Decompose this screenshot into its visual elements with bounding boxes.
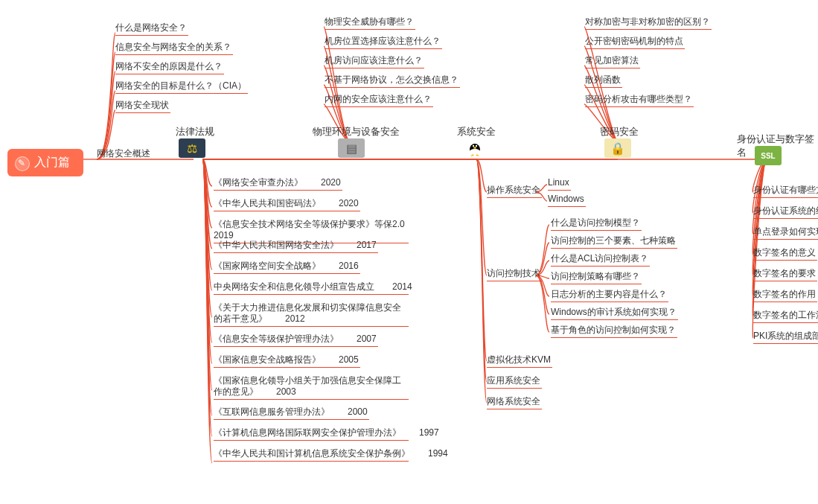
law-item[interactable]: 中央网络安全和信息化领导小组宣告成立 2014 <box>214 281 409 295</box>
pwd-item[interactable]: 常见加密算法 <box>585 55 640 68</box>
law-year: 2017 <box>339 240 377 250</box>
sys-os-item[interactable]: Windows <box>548 194 586 207</box>
pwd-item[interactable]: 密码分析攻击有哪些类型？ <box>585 94 694 107</box>
ac-item[interactable]: 什么是ACL访问控制表？ <box>551 253 650 267</box>
law-title: 《信息安全技术网络安全等级保护要求》等保2.0 <box>214 219 405 229</box>
ac-item[interactable]: 日志分析的主要内容是什么？ <box>551 289 668 302</box>
law-year: 2014 <box>374 281 412 292</box>
id-item[interactable]: 单点登录如何实现？ <box>753 226 818 240</box>
law-title: 《信息安全等级保护管理办法》 <box>214 334 339 344</box>
env-item[interactable]: 物理安全威胁有哪些？ <box>325 16 415 30</box>
sys-app[interactable]: 应用系统安全 <box>487 375 542 389</box>
env-item[interactable]: 内网的安全应该注意什么？ <box>325 94 433 107</box>
law-title: 《国家网络空间安全战略》 <box>214 261 321 271</box>
ac-item[interactable]: 访问控制的三个要素、七种策略 <box>551 235 677 249</box>
law-title: 中央网络安全和信息化领导小组宣告成立 <box>214 281 374 292</box>
branch-pwd[interactable]: 密码安全 <box>600 125 639 138</box>
sys-vm[interactable]: 虚拟化技术KVM <box>487 354 552 368</box>
law-title: 《中华人民共和国网络安全法》 <box>214 240 339 250</box>
svg-point-2 <box>473 145 474 147</box>
branch-env[interactable]: 物理环境与设备安全 <box>313 125 400 138</box>
law-year: 2020 <box>321 198 359 208</box>
env-item[interactable]: 机房位置选择应该注意什么？ <box>325 36 442 49</box>
ac-item[interactable]: 基于角色的访问控制如何实现？ <box>551 325 677 338</box>
law-item[interactable]: 《国家信息安全战略报告》 2005 <box>214 354 360 368</box>
env-item[interactable]: 不基于网络协议，怎么交换信息？ <box>325 74 460 88</box>
law-year: 2007 <box>339 334 377 344</box>
law-title: 《国家信息安全战略报告》 <box>214 354 321 365</box>
law-year: 1997 <box>401 427 439 438</box>
sys-ac[interactable]: 访问控制技术 <box>487 268 542 281</box>
law-item[interactable]: 《中华人民共和国网络安全法》 2017 <box>214 240 378 253</box>
id-item[interactable]: 身份认证系统的组成？ <box>753 205 818 219</box>
law-item[interactable]: 《中华人民共和国计算机信息系统安全保护条例》 1994 <box>214 448 409 462</box>
law-title: 《互联网信息服务管理办法》 <box>214 406 330 417</box>
branch-law[interactable]: 法律法规 <box>176 125 214 138</box>
svg-point-3 <box>476 145 477 147</box>
svg-point-1 <box>469 149 481 156</box>
root-node[interactable]: 入门篇 <box>7 149 83 176</box>
law-title: 《网络安全审查办法》 <box>214 177 303 188</box>
law-title: 《中华人民共和国密码法》 <box>214 198 321 208</box>
law-year: 2016 <box>321 261 359 271</box>
overview-item[interactable]: 网络安全的目标是什么？（CIA） <box>115 80 248 94</box>
ac-item[interactable]: Windows的审计系统如何实现？ <box>551 307 678 320</box>
law-year: 2020 <box>303 177 341 188</box>
law-item[interactable]: 《计算机信息网络国际联网安全保护管理办法》 1997 <box>214 427 409 441</box>
ssl-icon: SSL <box>755 146 782 165</box>
overview-node[interactable]: 网络安全概述 <box>97 148 150 159</box>
sys-os[interactable]: 操作系统安全 <box>487 185 542 198</box>
law-item[interactable]: 《互联网信息服务管理办法》 2000 <box>214 406 369 420</box>
law-item[interactable]: 《信息安全等级保护管理办法》 2007 <box>214 334 378 347</box>
law-year: 1994 <box>410 448 448 459</box>
law-item[interactable]: 《国家信息化领导小组关于加强信息安全保障工作的意见》 2003 <box>214 375 409 400</box>
env-item[interactable]: 机房访问应该注意什么？ <box>325 55 424 68</box>
law-title: 《关于大力推进信息化发展和切实保障信息安全的若干意见》 <box>214 302 401 324</box>
overview-item[interactable]: 什么是网络安全？ <box>115 22 188 36</box>
pwd-item[interactable]: 公开密钥密码机制的特点 <box>585 36 685 49</box>
svg-point-4 <box>473 147 476 148</box>
law-title: 《国家信息化领导小组关于加强信息安全保障工作的意见》 <box>214 375 401 397</box>
ac-item[interactable]: 什么是访问控制模型？ <box>551 217 642 231</box>
branch-sys[interactable]: 系统安全 <box>457 125 496 138</box>
law-item[interactable]: 《网络安全审查办法》 2020 <box>214 177 342 191</box>
id-item[interactable]: 数字签名的要求 <box>753 268 817 281</box>
id-item[interactable]: 身份认证有哪些方式？ <box>753 185 818 198</box>
law-item[interactable]: 《关于大力推进信息化发展和切实保障信息安全的若干意见》 2012 <box>214 302 409 327</box>
law-year: 2005 <box>321 354 359 365</box>
law-item[interactable]: 《中华人民共和国密码法》 2020 <box>214 198 360 211</box>
overview-item[interactable]: 网络不安全的原因是什么？ <box>115 61 224 74</box>
server-icon: ▤ <box>338 138 365 158</box>
pwd-item[interactable]: 散列函数 <box>585 74 622 88</box>
id-item[interactable]: 数字签名的意义 <box>753 247 817 261</box>
law-year: 2003 <box>258 386 296 397</box>
id-item[interactable]: 数字签名的工作流程 <box>753 310 818 323</box>
overview-item[interactable]: 网络安全现状 <box>115 100 170 113</box>
law-year: 2012 <box>267 313 305 324</box>
law-year: 2000 <box>330 406 368 417</box>
overview-item[interactable]: 信息安全与网络安全的关系？ <box>115 42 233 55</box>
sys-net[interactable]: 网络系统安全 <box>487 396 542 409</box>
ac-item[interactable]: 访问控制策略有哪些？ <box>551 271 642 284</box>
law-title: 《计算机信息网络国际联网安全保护管理办法》 <box>214 427 401 438</box>
law-title: 《中华人民共和国计算机信息系统安全保护条例》 <box>214 448 410 459</box>
law-icon: ⚖ <box>179 138 205 158</box>
law-item[interactable]: 《国家网络空间安全战略》 2016 <box>214 261 360 274</box>
lock-icon: 🔒 <box>604 138 631 158</box>
pwd-item[interactable]: 对称加密与非对称加密的区别？ <box>585 16 712 30</box>
id-item[interactable]: 数字签名的作用 <box>753 289 817 302</box>
id-item[interactable]: PKI系统的组成部分 <box>753 331 818 344</box>
tux-icon <box>461 138 488 158</box>
sys-os-item[interactable]: Linux <box>548 177 571 191</box>
